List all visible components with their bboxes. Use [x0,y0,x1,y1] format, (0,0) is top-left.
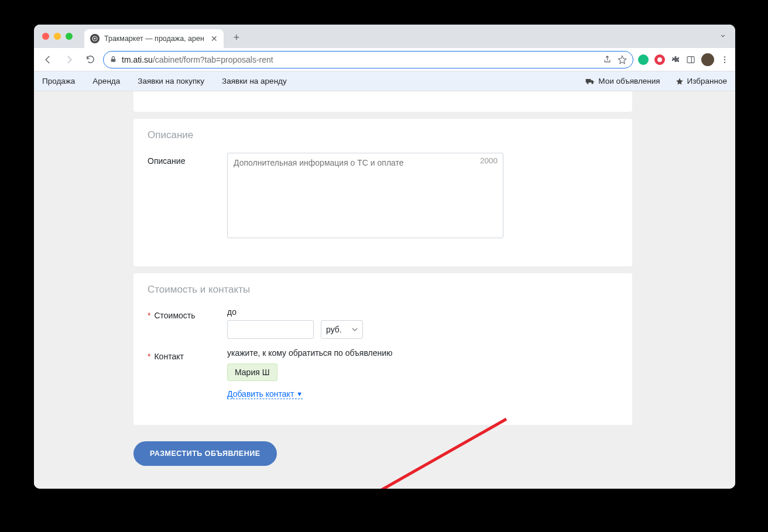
chevron-down-icon [352,327,358,332]
tab-title: Тракмаркет — продажа, арен [104,35,206,43]
svg-point-10 [592,82,594,84]
page-body: Описание Описание 2000 Стоимость и конта… [34,91,735,489]
contact-chip[interactable]: Мария Ш [227,363,277,381]
toolbar: tm.ati.su/cabinet/form?tab=proposals-ren… [34,48,735,71]
description-card: Описание Описание 2000 [133,119,632,266]
browser-window: Тракмаркет — продажа, арен ✕ + tm.ati.su… [34,25,735,489]
browser-menu-icon[interactable] [720,55,729,64]
nav-my-ads[interactable]: Мои объявления [585,77,660,85]
price-input[interactable] [227,320,314,339]
caret-down-icon: ▼ [296,390,303,397]
price-to-label: до [227,307,618,317]
nav-item-rent-requests[interactable]: Заявки на аренду [222,77,287,85]
tab-close-icon[interactable]: ✕ [211,34,218,43]
star-icon [676,77,684,85]
svg-point-1 [94,38,96,40]
svg-point-9 [587,82,589,84]
bookmark-star-icon[interactable] [618,55,627,64]
back-button[interactable] [40,52,56,68]
side-panel-icon[interactable] [686,55,695,64]
window-maximize-button[interactable] [66,33,73,40]
window-close-button[interactable] [42,33,49,40]
svg-point-7 [724,61,725,63]
svg-rect-2 [111,59,116,61]
nav-favorites-label: Избранное [687,77,727,85]
tab-strip: Тракмаркет — продажа, арен ✕ + [34,25,735,48]
reload-button[interactable] [82,52,98,68]
description-textarea[interactable] [227,153,503,238]
extensions-area [638,53,729,66]
url-text: tm.ati.su/cabinet/form?tab=proposals-ren… [122,55,273,64]
nav-item-sale[interactable]: Продажа [42,77,75,85]
profile-avatar[interactable] [701,53,714,66]
truck-icon [585,77,595,85]
form-column: Описание Описание 2000 Стоимость и конта… [133,91,632,483]
price-contacts-card: Стоимость и контакты *Стоимость до руб. [133,273,632,425]
forward-button[interactable] [61,52,77,68]
nav-item-buy-requests[interactable]: Заявки на покупку [138,77,204,85]
tab-favicon-icon [90,34,100,43]
extensions-puzzle-icon[interactable] [671,55,680,64]
svg-rect-8 [586,79,591,83]
previous-card-bottom [133,91,632,112]
nav-my-ads-label: Мои объявления [598,77,660,85]
lock-icon [109,56,117,63]
extension-icon[interactable] [654,54,665,65]
description-label: Описание [148,153,227,166]
currency-select[interactable]: руб. [321,320,363,339]
nav-favorites[interactable]: Избранное [676,77,727,85]
contact-hint: укажите, к кому обратиться по объявлению [227,348,618,358]
new-tab-button[interactable]: + [228,29,245,46]
svg-point-5 [724,56,725,57]
currency-value: руб. [326,325,342,334]
tabs-overflow-icon[interactable] [719,32,727,42]
extension-icon[interactable] [638,54,649,65]
add-contact-link[interactable]: Добавить контакт ▼ [227,389,303,399]
browser-tab[interactable]: Тракмаркет — продажа, арен ✕ [84,29,224,48]
site-nav: Продажа Аренда Заявки на покупку Заявки … [34,71,735,91]
window-minimize-button[interactable] [54,33,61,40]
price-label: Стоимость [154,311,195,320]
nav-item-rent[interactable]: Аренда [92,77,120,85]
char-count: 2000 [480,156,498,165]
description-section-title: Описание [148,129,618,141]
add-contact-label: Добавить контакт [227,389,294,399]
address-bar[interactable]: tm.ati.su/cabinet/form?tab=proposals-ren… [103,51,633,68]
share-icon[interactable] [603,55,612,64]
svg-rect-3 [687,56,694,63]
window-controls [40,33,76,40]
contact-label: Контакт [154,352,183,361]
price-section-title: Стоимость и контакты [148,284,618,296]
submit-button[interactable]: РАЗМЕСТИТЬ ОБЪЯВЛЕНИЕ [133,441,277,466]
svg-point-6 [724,59,725,60]
